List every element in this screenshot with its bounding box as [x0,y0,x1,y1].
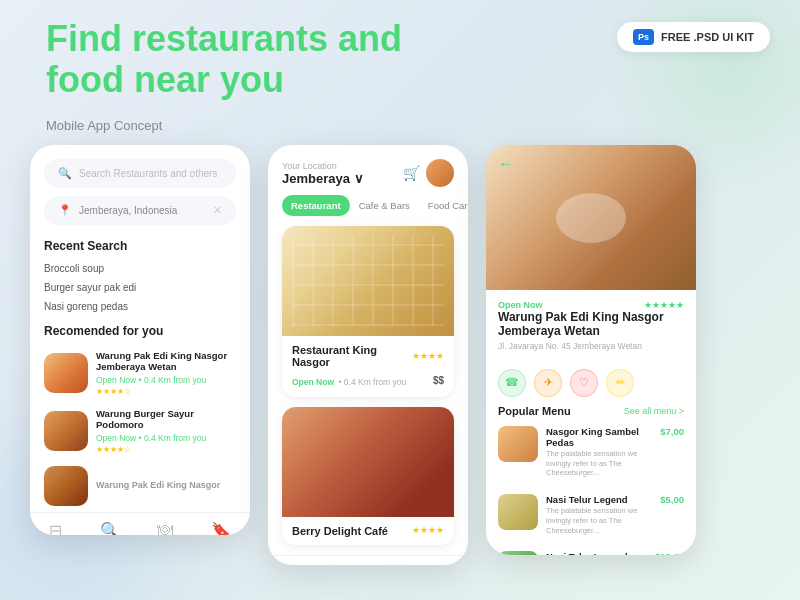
restaurant-card-1-image [282,226,454,336]
psd-badge-text: FREE .PSD UI KIT [661,31,754,43]
rec-card-2-name: Warung Burger Sayur Podomoro [96,408,236,431]
phone-search-screen: 🔍 Search Restaurants and others 📍 Jember… [30,145,250,535]
phone2-header: Your Location Jemberaya ∨ 🛒 [268,145,468,195]
restaurant-card-1-status: Open Now [292,377,334,387]
popular-menu-header: Popular Menu See all menu > [486,397,696,421]
menu-item-1-price: $7,00 [660,426,684,437]
psd-badge[interactable]: Ps FREE .PSD UI KIT [617,22,770,52]
rec-card-1-dist: Open Now • 0.4 Km from you [96,375,236,385]
favorite-button[interactable]: ♡ [570,369,598,397]
menu-item-2-desc: The palatable sensation we lovingly refe… [546,506,652,535]
rec-card-2-image [44,411,88,451]
restaurant-card-2-name: Berry Delight Café [292,525,388,537]
rec-card-3-image [44,466,88,506]
recent-item-1[interactable]: Broccoli soup [30,259,250,278]
restaurant-stars: ★★★★★ [644,300,684,310]
recommended-card-1[interactable]: Warung Pak Edi King Nasgor Jemberaya Wet… [30,344,250,402]
restaurant-info: Open Now ★★★★★ Warung Pak Edi King Nasgo… [486,290,696,361]
restaurant-card-2-image [282,407,454,517]
rec-card-1-name: Warung Pak Edi King Nasgor Jemberaya Wet… [96,350,236,373]
bottom-navigation-1: ⊟ 🔍 🍽 🔖 [30,512,250,535]
phone-restaurant-list: Your Location Jemberaya ∨ 🛒 Restaurant C… [268,145,468,565]
menu-item-1-name: Nasgor King Sambel Pedas [546,426,652,448]
recent-item-3[interactable]: Nasi goreng pedas [30,297,250,316]
menu-item-2-name: Nasi Telur Legend [546,494,652,505]
rec-card-3-name: Warung Pak Edi King Nasgor [96,480,236,491]
cart-icon[interactable]: 🛒 [403,165,420,181]
location-label: Your Location [282,161,364,171]
location-icon: 📍 [58,204,72,217]
search-bar[interactable]: 🔍 Search Restaurants and others [44,159,236,188]
nav-search-icon-2[interactable]: 🔍 [330,564,350,565]
recent-item-2[interactable]: Burger sayur pak edi [30,278,250,297]
nav-search-icon[interactable]: 🔍 [100,521,120,535]
recent-search-title: Recent Search [30,239,250,259]
hero-title-line1: Find restaurants and [46,18,406,59]
search-icon: 🔍 [58,167,72,180]
restaurant-card-1-price: $$ [433,375,444,386]
clear-icon[interactable]: ✕ [213,204,222,217]
bottom-navigation-2: ⊟ 🔍 🍽 🔖 [268,555,468,565]
menu-item-2[interactable]: Nasi Telur Legend The palatable sensatio… [486,489,696,540]
hero-subtitle: Mobile App Concept [46,118,162,133]
rec-card-1-image [44,353,88,393]
location-text: Jemberaya, Indonesia [79,205,206,216]
nav-food-icon[interactable]: 🍽 [157,521,173,535]
recommended-card-2[interactable]: Warung Burger Sayur Podomoro Open Now • … [30,402,250,460]
rec-card-2-dist: Open Now • 0.4 Km from you [96,433,236,443]
hero-title: Find restaurants and food near you [46,18,406,101]
nav-home-icon-2[interactable]: ⊟ [284,564,297,565]
rec-card-1-stars: ★★★★☆ [96,387,236,396]
nav-home-icon[interactable]: ⊟ [49,521,62,535]
recommended-title: Recomended for you [30,324,250,344]
see-all-link[interactable]: See all menu > [624,406,684,416]
menu-item-3-image [498,551,538,555]
restaurant-card-1-stars: ★★★★ [412,351,444,361]
nav-bookmark-icon-2[interactable]: 🔖 [432,564,452,565]
recommended-card-3[interactable]: Warung Pak Edi King Nasgor [30,460,250,512]
popular-menu-title: Popular Menu [498,405,571,417]
menu-item-2-price: $5,00 [660,494,684,505]
restaurant-card-1-dist: • 0.4 Km from you [338,377,406,387]
edit-button[interactable]: ✏ [606,369,634,397]
hero-title-line2: food near you [46,59,406,100]
user-avatar[interactable] [426,159,454,187]
menu-item-3[interactable]: Nasi Telur Legend Kecap Pedas The palata… [486,546,696,555]
restaurant-hero-image: ← [486,145,696,290]
tab-restaurant[interactable]: Restaurant [282,195,350,216]
back-button[interactable]: ← [498,155,514,173]
directions-button[interactable]: ✈ [534,369,562,397]
phone-restaurant-detail: ← Open Now ★★★★★ Warung Pak Edi King Nas… [486,145,696,555]
category-tabs: Restaurant Cafe & Bars Food Cars Coff [268,195,468,226]
search-placeholder: Search Restaurants and others [79,168,217,179]
nav-bookmark-icon[interactable]: 🔖 [211,521,231,535]
menu-item-3-name: Nasi Telur Legend Kecap Pedas [546,551,647,555]
restaurant-card-2[interactable]: Berry Delight Café ★★★★ [282,407,454,545]
restaurant-detail-name: Warung Pak Edi King Nasgor Jemberaya Wet… [498,310,684,339]
restaurant-card-1[interactable]: Restaurant King Nasgor ★★★★ Open Now • 0… [282,226,454,397]
nav-food-icon-2[interactable]: 🍽 [383,565,399,566]
location-bar[interactable]: 📍 Jemberaya, Indonesia ✕ [44,196,236,225]
location-name: Jemberaya ∨ [282,171,364,186]
menu-item-2-image [498,494,538,530]
call-button[interactable]: ☎ [498,369,526,397]
menu-item-1-desc: The palatable sensation we lovingly refe… [546,449,652,478]
open-status: Open Now [498,300,543,310]
restaurant-card-2-stars: ★★★★ [412,525,444,537]
menu-item-3-price: $10,00 [655,551,684,555]
restaurant-address: Jl. Javaraya No. 45 Jemberaya Wetan [498,341,684,351]
restaurant-card-1-name: Restaurant King Nasgor [292,344,412,368]
menu-item-1-image [498,426,538,462]
menu-item-1[interactable]: Nasgor King Sambel Pedas The palatable s… [486,421,696,483]
restaurant-actions: ☎ ✈ ♡ ✏ [486,369,696,397]
rec-card-2-stars: ★★★★☆ [96,445,236,454]
tab-cafe[interactable]: Cafe & Bars [350,195,419,216]
psd-icon: Ps [633,29,654,45]
tab-food-cars[interactable]: Food Cars [419,195,468,216]
